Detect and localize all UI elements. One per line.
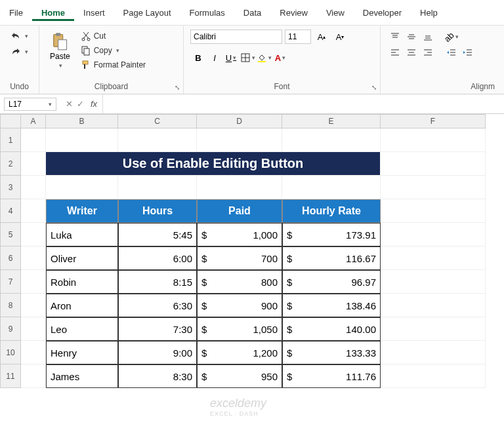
cell[interactable] <box>21 246 46 270</box>
cell[interactable]: 6:00 <box>118 246 197 270</box>
cell[interactable] <box>197 128 282 152</box>
col-header-A[interactable]: A <box>21 114 46 128</box>
row-header-7[interactable]: 7 <box>0 270 21 294</box>
cell[interactable]: 8:15 <box>118 270 197 294</box>
cell[interactable]: $950 <box>197 364 282 388</box>
cell[interactable]: 5:45 <box>118 223 197 246</box>
cell[interactable]: Use of Enable Editing Button <box>46 152 381 176</box>
row-header-8[interactable]: 8 <box>0 294 21 317</box>
name-box[interactable]: L17▾ <box>4 98 56 111</box>
menu-review[interactable]: Review <box>270 5 317 21</box>
cell[interactable] <box>21 199 46 223</box>
fx-icon[interactable]: fx <box>91 99 97 109</box>
col-header-E[interactable]: E <box>282 114 381 128</box>
align-right-button[interactable] <box>420 45 436 60</box>
col-header-D[interactable]: D <box>197 114 282 128</box>
cell[interactable]: Henry <box>46 341 118 364</box>
menu-data[interactable]: Data <box>234 5 270 21</box>
cell[interactable]: Paid <box>197 199 282 223</box>
cell[interactable] <box>21 364 46 388</box>
cell[interactable]: $800 <box>197 270 282 294</box>
cell[interactable] <box>381 317 486 341</box>
cell[interactable] <box>381 223 486 246</box>
border-button[interactable]: ▾ <box>240 50 255 65</box>
cell[interactable]: $138.46 <box>282 294 381 317</box>
cell[interactable] <box>381 152 486 176</box>
cell[interactable]: Robin <box>46 270 118 294</box>
cell[interactable] <box>21 294 46 317</box>
row-header-6[interactable]: 6 <box>0 246 21 270</box>
cell[interactable] <box>46 128 118 152</box>
cell[interactable] <box>381 294 486 317</box>
italic-button[interactable]: I <box>207 50 222 65</box>
clipboard-launcher-icon[interactable]: ⤡ <box>173 83 182 92</box>
col-header-B[interactable]: B <box>46 114 118 128</box>
cell[interactable] <box>21 317 46 341</box>
bold-button[interactable]: B <box>190 50 206 65</box>
fill-color-button[interactable]: ▾ <box>256 50 272 65</box>
cell[interactable] <box>381 199 486 223</box>
cell[interactable] <box>118 128 197 152</box>
cell[interactable]: $96.97 <box>282 270 381 294</box>
cell[interactable] <box>381 176 486 199</box>
cell[interactable] <box>282 128 381 152</box>
row-header-9[interactable]: 9 <box>0 317 21 341</box>
menu-view[interactable]: View <box>317 5 354 21</box>
menu-formulas[interactable]: Formulas <box>180 5 234 21</box>
cell[interactable]: $1,200 <box>197 341 282 364</box>
menu-insert[interactable]: Insert <box>74 5 114 21</box>
align-bottom-button[interactable] <box>420 29 436 44</box>
cell[interactable] <box>21 270 46 294</box>
increase-indent-button[interactable] <box>460 45 476 60</box>
align-center-button[interactable] <box>404 45 419 60</box>
cell[interactable] <box>282 176 381 199</box>
font-name-select[interactable] <box>190 29 282 44</box>
cell[interactable] <box>197 176 282 199</box>
cell[interactable]: $173.91 <box>282 223 381 246</box>
cell[interactable]: 7:30 <box>118 317 197 341</box>
underline-button[interactable]: U▾ <box>223 50 239 65</box>
formula-input[interactable] <box>102 94 504 113</box>
cell[interactable]: Writer <box>46 199 118 223</box>
cell[interactable] <box>381 128 486 152</box>
align-top-button[interactable] <box>387 29 403 44</box>
menu-home[interactable]: Home <box>32 5 74 21</box>
cell[interactable] <box>21 223 46 246</box>
cut-button[interactable]: Cut <box>78 29 148 43</box>
cell[interactable]: 9:00 <box>118 341 197 364</box>
cell[interactable] <box>46 176 118 199</box>
cell[interactable]: Aron <box>46 294 118 317</box>
cell[interactable] <box>381 246 486 270</box>
align-left-button[interactable] <box>387 45 403 60</box>
cell[interactable] <box>118 176 197 199</box>
menu-help[interactable]: Help <box>411 5 447 21</box>
cell[interactable]: $1,050 <box>197 317 282 341</box>
copy-button[interactable]: Copy▾ <box>78 44 148 57</box>
cell[interactable] <box>21 176 46 199</box>
cell[interactable]: 8:30 <box>118 364 197 388</box>
grid-area[interactable]: Use of Enable Editing ButtonWriterHoursP… <box>21 128 486 388</box>
decrease-font-button[interactable]: A▾ <box>332 29 348 44</box>
redo-button[interactable]: ▾ <box>8 45 31 58</box>
cell[interactable]: $700 <box>197 246 282 270</box>
format-painter-button[interactable]: Format Painter <box>78 58 148 71</box>
cell[interactable] <box>21 341 46 364</box>
row-header-11[interactable]: 11 <box>0 364 21 388</box>
font-size-select[interactable] <box>285 29 311 44</box>
row-header-5[interactable]: 5 <box>0 223 21 246</box>
cell[interactable]: Luka <box>46 223 118 246</box>
cell[interactable] <box>381 341 486 364</box>
row-header-10[interactable]: 10 <box>0 341 21 364</box>
cell[interactable]: $1,000 <box>197 223 282 246</box>
cell[interactable]: $133.33 <box>282 341 381 364</box>
cell[interactable] <box>381 364 486 388</box>
row-header-3[interactable]: 3 <box>0 176 21 199</box>
menu-developer[interactable]: Developer <box>354 5 411 21</box>
row-header-4[interactable]: 4 <box>0 199 21 223</box>
align-middle-button[interactable] <box>404 29 419 44</box>
col-header-F[interactable]: F <box>381 114 486 128</box>
font-launcher-icon[interactable]: ⤡ <box>369 83 379 92</box>
cell[interactable]: $140.00 <box>282 317 381 341</box>
select-all-corner[interactable] <box>0 114 21 128</box>
menu-page-layout[interactable]: Page Layout <box>114 5 180 21</box>
